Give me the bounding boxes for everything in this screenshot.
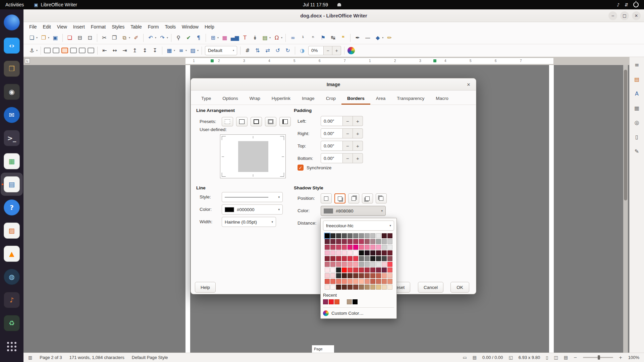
zoom-level-status[interactable]: 100% <box>628 355 639 360</box>
color-swatch-d43447[interactable] <box>347 256 353 261</box>
color-swatch-842433[interactable] <box>325 256 330 261</box>
color-swatch-2d2d2d[interactable] <box>336 273 341 278</box>
frame-style-select[interactable]: Default▾ <box>205 46 237 55</box>
color-swatch-aa5242[interactable] <box>370 273 375 278</box>
color-swatch-aa3c55[interactable] <box>325 245 330 250</box>
color-swatch-515151[interactable] <box>342 233 347 238</box>
close-button[interactable]: ✕ <box>632 11 641 20</box>
dock-libreoffice-impress[interactable]: ▨ <box>1 219 23 242</box>
color-swatch-be5c4a[interactable] <box>376 273 381 278</box>
line-color-select[interactable]: #000000 <box>222 204 283 215</box>
color-swatch-f491b4[interactable] <box>370 245 375 250</box>
shadow-bottom-right-button[interactable] <box>334 193 345 203</box>
tab-crop[interactable]: Crop <box>320 92 341 105</box>
tab-stop-selector[interactable]: L <box>25 58 30 63</box>
color-swatch-caa87a[interactable] <box>370 285 375 290</box>
menu-window[interactable]: Window <box>179 22 202 32</box>
color-swatch-a9a9a9[interactable] <box>365 233 370 238</box>
color-swatch-e2c38c[interactable] <box>376 285 381 290</box>
zoom-slider[interactable] <box>583 357 613 358</box>
copy-button[interactable]: ❐ <box>109 33 119 43</box>
transparency-spin[interactable]: 0%−+ <box>308 46 341 55</box>
color-swatch-ea7a67[interactable] <box>336 279 341 284</box>
page-style-status[interactable]: Default Page Style <box>132 355 168 360</box>
insert-endnote-button[interactable]: ⁿ <box>308 33 318 43</box>
multi-page-view-icon[interactable]: ◫ <box>554 355 558 360</box>
color-swatch-f8a3ac[interactable] <box>353 262 358 267</box>
zoom-in-button[interactable]: + <box>619 355 623 360</box>
color-swatch-b43c5d[interactable] <box>359 239 364 244</box>
color-swatch-a63856[interactable] <box>353 239 358 244</box>
color-swatch-e6007e[interactable] <box>353 245 358 250</box>
new-document-button[interactable]: ❏▾ <box>27 33 39 43</box>
page-number-status[interactable]: Page 2 of 3 <box>40 355 62 360</box>
tab-area[interactable]: Area <box>370 92 391 105</box>
color-swatch-d43741[interactable] <box>353 267 358 273</box>
indent-marker[interactable] <box>433 59 436 62</box>
color-swatch-f9aa91[interactable] <box>353 279 358 284</box>
insert-footnote-button[interactable]: ¹ <box>298 33 308 43</box>
dialog-close-icon[interactable]: ✕ <box>465 81 472 88</box>
center-horizontal-button[interactable]: ↔ <box>110 46 120 56</box>
insert-table-button[interactable]: ⊞▾ <box>208 33 220 43</box>
padding-left-decrease[interactable]: − <box>343 116 353 126</box>
menu-file[interactable]: File <box>26 22 40 32</box>
preset-custom-button[interactable] <box>279 117 291 126</box>
single-page-view-icon[interactable]: ▯ <box>546 355 548 360</box>
navigator-icon[interactable]: ◎ <box>632 117 642 127</box>
borders-button[interactable]: ▦▾ <box>164 46 176 56</box>
preset-box-double-button[interactable] <box>265 117 276 126</box>
recent-color-b39a82[interactable] <box>347 299 352 304</box>
menu-view[interactable]: View <box>54 22 70 32</box>
crop-image-button[interactable]: # <box>243 46 253 56</box>
find-replace-button[interactable]: ⚲ <box>173 33 183 43</box>
color-swatch-e8e8e8[interactable] <box>376 233 381 238</box>
padding-left-increase[interactable]: + <box>353 116 363 126</box>
color-swatch-e11c74[interactable] <box>347 245 353 250</box>
color-swatch-c66c7a[interactable] <box>325 262 330 267</box>
color-swatch-eaeaea[interactable] <box>387 245 392 250</box>
maximize-button[interactable]: □ <box>620 11 629 20</box>
wrap-ideal-button[interactable] <box>60 46 69 56</box>
dock-terminal[interactable]: >_ <box>1 126 23 149</box>
color-swatch-d2d2d2[interactable] <box>370 262 375 267</box>
color-swatch-f080a4[interactable] <box>365 245 370 250</box>
color-swatch-6e6e6e[interactable] <box>359 256 364 261</box>
color-swatch-e4e4e4[interactable] <box>376 262 381 267</box>
page-icon[interactable]: ▯ <box>632 132 642 142</box>
color-swatch-f8ebdc[interactable] <box>387 285 392 290</box>
zoom-out-button[interactable]: − <box>574 355 577 360</box>
color-swatch-232323[interactable] <box>336 267 341 273</box>
shadow-none-button[interactable] <box>321 193 332 203</box>
menu-tools[interactable]: Tools <box>162 22 179 32</box>
color-swatch-6e283a[interactable] <box>330 239 335 244</box>
color-swatch-676767[interactable] <box>347 233 353 238</box>
color-swatch-8e4e58[interactable] <box>387 256 392 261</box>
align-bottom-button[interactable]: ↧ <box>150 46 160 56</box>
transparency-spin-value[interactable]: 0% <box>308 46 324 55</box>
align-left-button[interactable]: ⇤ <box>100 46 110 56</box>
color-swatch-ec6f94[interactable] <box>359 245 364 250</box>
dock-files[interactable]: ❒ <box>1 57 23 80</box>
menu-table[interactable]: Table <box>127 22 145 32</box>
color-swatch-982838[interactable] <box>330 256 335 261</box>
color-swatch-d07784[interactable] <box>330 262 335 267</box>
color-swatch-f7ccd1[interactable] <box>325 273 330 278</box>
dock-firefox[interactable] <box>1 11 23 34</box>
padding-bottom-input[interactable]: 0.00″ <box>321 153 343 163</box>
border-color-button[interactable]: ▨▾ <box>188 46 200 56</box>
menu-edit[interactable]: Edit <box>40 22 54 32</box>
color-swatch-804131[interactable] <box>353 285 358 290</box>
color-swatch-bfbfbf[interactable] <box>370 233 375 238</box>
save-button[interactable]: ▣ <box>50 33 60 43</box>
transparency-spin-decrease[interactable]: − <box>324 46 332 55</box>
color-swatch-e8937e[interactable] <box>365 279 370 284</box>
color-swatch-3b3b3b[interactable] <box>336 233 341 238</box>
tab-macro[interactable]: Macro <box>430 92 454 105</box>
color-swatch-602433[interactable] <box>325 239 330 244</box>
color-swatch-46201a[interactable] <box>342 273 347 278</box>
color-swatch-f8c2d3[interactable] <box>330 250 335 255</box>
color-swatch-b8405c[interactable] <box>330 245 335 250</box>
padding-bottom-decrease[interactable]: − <box>343 153 353 163</box>
color-swatch-aa2f41[interactable] <box>365 267 370 273</box>
